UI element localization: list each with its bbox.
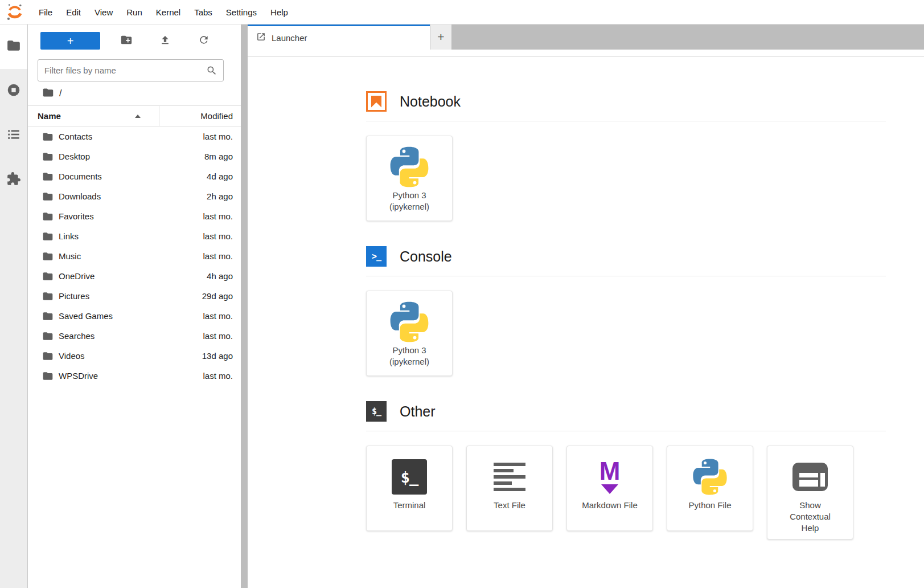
card-label: Terminal xyxy=(393,500,426,517)
file-list: Contacts last mo. Desktop 8m ago Documen… xyxy=(28,126,241,588)
file-name: Videos xyxy=(59,351,85,361)
launcher-card-terminal[interactable]: $_ Terminal xyxy=(366,446,453,531)
folder-icon xyxy=(42,370,54,382)
file-name: Saved Games xyxy=(59,311,113,321)
file-name: Links xyxy=(59,231,79,241)
card-label: Python 3 (ipykernel) xyxy=(372,345,447,373)
menu-settings[interactable]: Settings xyxy=(219,0,264,24)
contextual-help-icon xyxy=(792,454,828,500)
launcher-section-notebook: Notebook Python 3 (ipykernel) xyxy=(366,91,886,221)
tab-launcher[interactable]: Launcher xyxy=(248,24,430,50)
launcher-card-show-contextual-help[interactable]: Show Contextual Help xyxy=(767,446,853,540)
file-modified: 13d ago xyxy=(202,351,241,361)
python-logo-icon xyxy=(389,299,430,345)
column-header-modified[interactable]: Modified xyxy=(159,111,241,121)
sort-ascending-icon xyxy=(135,115,141,118)
folder-icon xyxy=(42,211,54,222)
new-folder-icon xyxy=(120,34,133,48)
section-title: Notebook xyxy=(400,93,461,110)
breadcrumb-root[interactable]: / xyxy=(59,88,61,99)
launcher-card-python-file[interactable]: Python File xyxy=(667,446,753,531)
running-sessions-icon xyxy=(6,83,21,100)
file-row-contacts[interactable]: Contacts last mo. xyxy=(28,126,241,146)
file-row-downloads[interactable]: Downloads 2h ago xyxy=(28,186,241,206)
menu-run[interactable]: Run xyxy=(120,0,149,24)
file-row-saved-games[interactable]: Saved Games last mo. xyxy=(28,306,241,326)
tab-bar-underline xyxy=(248,50,924,56)
folder-icon xyxy=(42,291,54,302)
filter-files-box xyxy=(38,59,224,81)
menu-kernel[interactable]: Kernel xyxy=(149,0,187,24)
file-modified: last mo. xyxy=(203,132,241,141)
file-row-desktop[interactable]: Desktop 8m ago xyxy=(28,146,241,166)
card-label: Python 3 (ipykernel) xyxy=(372,190,447,218)
column-header-name[interactable]: Name xyxy=(28,106,159,126)
file-name: Pictures xyxy=(59,291,89,301)
name-column-label: Name xyxy=(38,111,61,121)
file-name: Searches xyxy=(59,331,95,341)
left-activity-bar xyxy=(0,24,28,588)
notebook-icon xyxy=(366,91,387,112)
new-launcher-button[interactable]: + xyxy=(40,32,100,50)
new-tab-button[interactable]: + xyxy=(430,24,451,50)
jupyter-logo-icon xyxy=(5,2,25,22)
terminal-icon: $_ xyxy=(366,401,387,422)
new-folder-button[interactable] xyxy=(114,32,139,50)
sidebar-tab-running-sessions[interactable] xyxy=(0,69,27,113)
file-row-favorites[interactable]: Favorites last mo. xyxy=(28,206,241,226)
search-icon xyxy=(206,65,223,76)
launcher-card-console-python3[interactable]: Python 3 (ipykernel) xyxy=(366,291,453,376)
file-row-music[interactable]: Music last mo. xyxy=(28,246,241,266)
launcher-card-markdown-file[interactable]: M Markdown File xyxy=(566,446,653,531)
file-row-wpsdrive[interactable]: WPSDrive last mo. xyxy=(28,366,241,386)
filter-files-input[interactable] xyxy=(38,66,206,75)
file-row-pictures[interactable]: Pictures 29d ago xyxy=(28,286,241,306)
file-row-documents[interactable]: Documents 4d ago xyxy=(28,166,241,186)
dock-panel: Launcher + Notebook xyxy=(248,24,924,588)
menu-edit[interactable]: Edit xyxy=(59,0,88,24)
file-row-onedrive[interactable]: OneDrive 4h ago xyxy=(28,266,241,286)
folder-icon xyxy=(42,330,54,342)
menu-bar: File Edit View Run Kernel Tabs Settings … xyxy=(0,0,924,24)
file-row-videos[interactable]: Videos 13d ago xyxy=(28,346,241,366)
console-icon: >_ xyxy=(366,246,387,267)
terminal-prompt-glyph: $_ xyxy=(401,468,418,486)
file-name: Desktop xyxy=(59,152,90,161)
launcher-card-notebook-python3[interactable]: Python 3 (ipykernel) xyxy=(366,136,453,221)
breadcrumb: / xyxy=(28,81,241,105)
file-name: Contacts xyxy=(59,132,92,141)
folder-icon xyxy=(6,38,21,55)
sidebar-resize-handle[interactable] xyxy=(241,24,248,588)
file-modified: last mo. xyxy=(203,311,241,321)
section-cards-notebook: Python 3 (ipykernel) xyxy=(366,136,886,221)
menu-file[interactable]: File xyxy=(32,0,59,24)
python-logo-icon xyxy=(389,144,430,190)
tab-launcher-label: Launcher xyxy=(272,33,307,43)
home-folder-icon[interactable] xyxy=(42,87,54,101)
file-browser-toolbar: + xyxy=(28,24,241,53)
sidebar-tab-table-of-contents[interactable] xyxy=(0,113,27,158)
file-modified: last mo. xyxy=(203,371,241,381)
file-modified: last mo. xyxy=(203,331,241,341)
menu-view[interactable]: View xyxy=(88,0,120,24)
file-modified: last mo. xyxy=(203,211,241,221)
refresh-icon xyxy=(198,34,210,47)
section-cards-other: $_ Terminal xyxy=(366,446,886,540)
upload-files-button[interactable] xyxy=(153,32,178,50)
file-row-links[interactable]: Links last mo. xyxy=(28,226,241,246)
sidebar-tab-extensions[interactable] xyxy=(0,158,27,202)
file-row-searches[interactable]: Searches last mo. xyxy=(28,326,241,346)
launcher-section-other: $_ Other $_ Terminal xyxy=(366,401,886,540)
menu-help[interactable]: Help xyxy=(264,0,295,24)
jupyterlab-window: File Edit View Run Kernel Tabs Settings … xyxy=(0,0,924,588)
sidebar-tab-file-browser[interactable] xyxy=(0,24,27,69)
launcher-card-text-file[interactable]: Text File xyxy=(466,446,553,531)
launcher-panel: Notebook Python 3 (ipykernel) xyxy=(248,56,924,588)
file-name: Downloads xyxy=(59,191,101,201)
menu-tabs[interactable]: Tabs xyxy=(187,0,219,24)
folder-icon xyxy=(42,251,54,262)
file-name: Favorites xyxy=(59,211,94,221)
folder-icon xyxy=(42,231,54,242)
refresh-button[interactable] xyxy=(191,32,216,50)
card-label: Show Contextual Help xyxy=(784,500,836,539)
